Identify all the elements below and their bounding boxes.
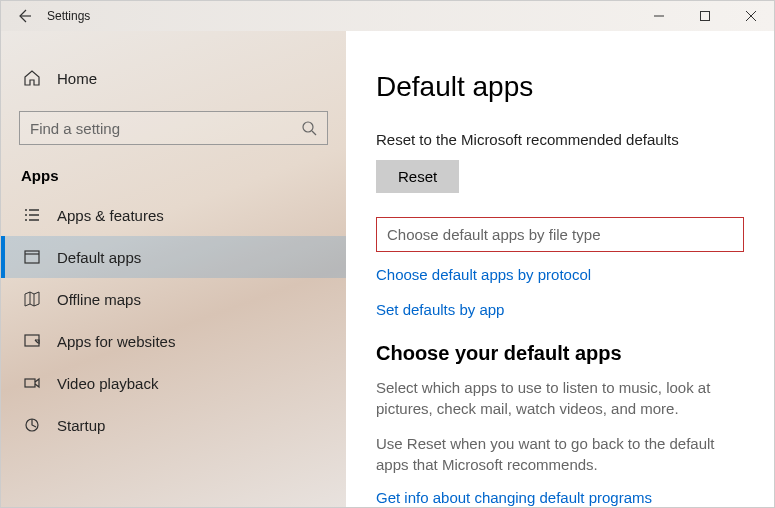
- map-icon: [21, 290, 43, 308]
- content-pane: Default apps Reset to the Microsoft reco…: [346, 31, 774, 507]
- sidebar: Home Apps Apps & features Default apps O…: [1, 31, 346, 507]
- websites-icon: [21, 332, 43, 350]
- desc-2: Use Reset when you want to go back to th…: [376, 433, 744, 475]
- nav-label: Apps for websites: [57, 333, 175, 350]
- home-label: Home: [57, 70, 97, 87]
- link-get-info[interactable]: Get info about changing default programs: [376, 489, 744, 506]
- minimize-icon: [654, 11, 664, 21]
- titlebar: Settings: [1, 1, 774, 31]
- startup-icon: [21, 416, 43, 434]
- close-button[interactable]: [728, 1, 774, 31]
- maximize-icon: [700, 11, 710, 21]
- nav-label: Offline maps: [57, 291, 141, 308]
- minimize-button[interactable]: [636, 1, 682, 31]
- nav-label: Default apps: [57, 249, 141, 266]
- defaults-icon: [21, 248, 43, 266]
- svg-rect-4: [25, 379, 35, 387]
- reset-description: Reset to the Microsoft recommended defau…: [376, 131, 744, 148]
- desc-1: Select which apps to use to listen to mu…: [376, 377, 744, 419]
- nav-label: Startup: [57, 417, 105, 434]
- nav-label: Video playback: [57, 375, 158, 392]
- body: Home Apps Apps & features Default apps O…: [1, 31, 774, 507]
- reset-button[interactable]: Reset: [376, 160, 459, 193]
- video-icon: [21, 374, 43, 392]
- nav-default-apps[interactable]: Default apps: [1, 236, 346, 278]
- nav-apps-features[interactable]: Apps & features: [1, 194, 346, 236]
- nav-startup[interactable]: Startup: [1, 404, 346, 446]
- back-button[interactable]: [1, 1, 47, 31]
- section-header: Apps: [1, 153, 346, 194]
- list-icon: [21, 206, 43, 224]
- page-heading: Default apps: [376, 71, 744, 103]
- nav-apps-websites[interactable]: Apps for websites: [1, 320, 346, 362]
- nav-video-playback[interactable]: Video playback: [1, 362, 346, 404]
- link-set-defaults-by-app[interactable]: Set defaults by app: [376, 301, 744, 318]
- search-input[interactable]: [30, 120, 301, 137]
- maximize-button[interactable]: [682, 1, 728, 31]
- link-choose-by-protocol[interactable]: Choose default apps by protocol: [376, 266, 744, 283]
- svg-rect-0: [701, 12, 710, 21]
- search-box[interactable]: [19, 111, 328, 145]
- home-icon: [21, 69, 43, 87]
- svg-rect-2: [25, 251, 39, 263]
- svg-point-1: [303, 122, 313, 132]
- home-nav[interactable]: Home: [1, 59, 346, 97]
- subheading: Choose your default apps: [376, 342, 744, 365]
- search-icon: [301, 120, 317, 136]
- link-choose-by-filetype[interactable]: Choose default apps by file type: [376, 217, 744, 252]
- window-title: Settings: [47, 9, 90, 23]
- arrow-left-icon: [16, 8, 32, 24]
- nav-offline-maps[interactable]: Offline maps: [1, 278, 346, 320]
- nav-label: Apps & features: [57, 207, 164, 224]
- close-icon: [746, 11, 756, 21]
- settings-window: Settings Home Apps Apps & features: [0, 0, 775, 508]
